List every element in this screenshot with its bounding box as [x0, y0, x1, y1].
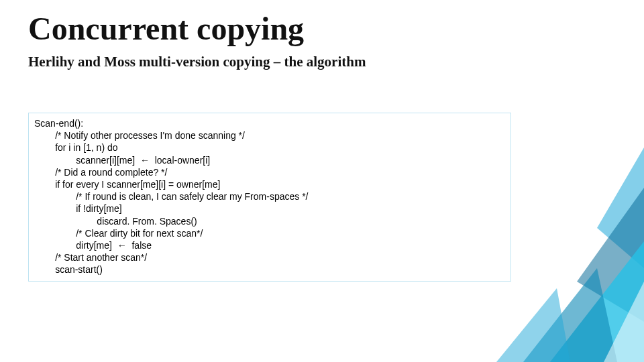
slide-title: Concurrent copying [28, 12, 304, 46]
svg-marker-2 [550, 241, 644, 362]
slide-subtitle: Herlihy and Moss multi-version copying –… [28, 54, 366, 70]
svg-marker-0 [597, 147, 644, 268]
slide: Concurrent copying Herlihy and Moss mult… [0, 0, 644, 362]
svg-marker-1 [577, 188, 644, 322]
code-block: Scan-end(): /* Notify other processes I'… [28, 113, 511, 282]
decoration-triangles [496, 147, 644, 362]
svg-marker-5 [496, 288, 570, 362]
svg-marker-4 [604, 282, 644, 362]
code-text: Scan-end(): /* Notify other processes I'… [34, 117, 505, 276]
svg-marker-3 [523, 268, 617, 362]
